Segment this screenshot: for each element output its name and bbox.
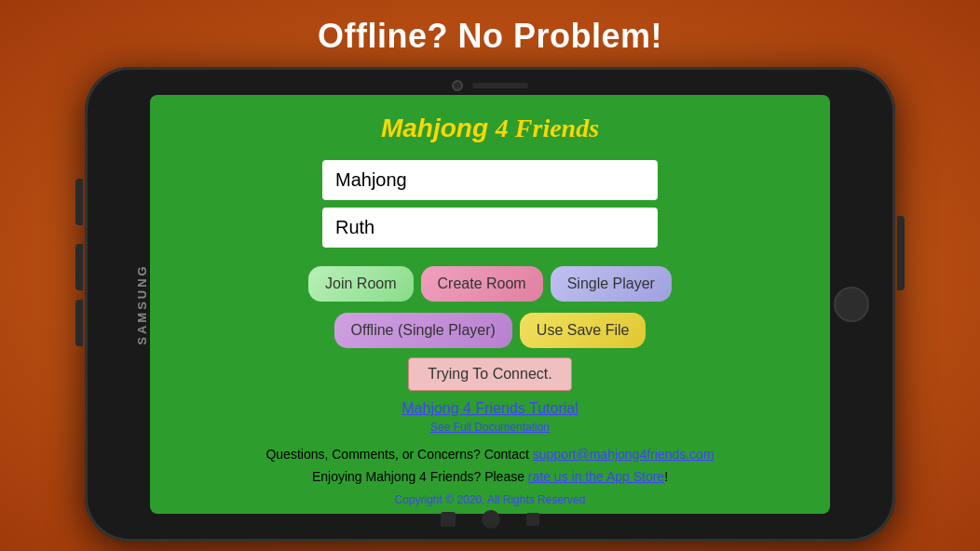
enjoy-label: Enjoying Mahjong 4 Friends? Please — [312, 469, 528, 484]
app-title-part2: 4 Friends — [496, 114, 599, 142]
phone-speaker — [472, 83, 528, 88]
app-title-part1: Mahjong — [381, 114, 496, 142]
phone-screen: Mahjong 4 Friends Join Room Create Room … — [150, 95, 830, 514]
name-input[interactable] — [322, 208, 658, 248]
docs-link[interactable]: See Full Documentation — [430, 421, 550, 434]
phone-frame: SAMSUNG Mahjong 4 Friends Join Room Crea… — [85, 67, 895, 542]
nav-back-button[interactable] — [441, 512, 456, 527]
app-store-link[interactable]: rate us in the App Store — [528, 469, 664, 484]
phone-nav — [441, 510, 539, 529]
join-room-button[interactable]: Join Room — [308, 266, 413, 302]
nav-recent-button[interactable] — [526, 513, 539, 526]
samsung-label: SAMSUNG — [135, 263, 149, 344]
enjoy-suffix: ! — [664, 469, 668, 484]
save-file-button[interactable]: Use Save File — [520, 313, 647, 348]
tutorial-link[interactable]: Mahjong 4 Friends Tutorial — [402, 400, 578, 417]
secondary-buttons-row: Offline (Single Player) Use Save File — [334, 313, 647, 348]
copyright-text: Copyright © 2020, All Rights Reserved — [395, 493, 586, 506]
contact-email-link[interactable]: support@mahjong4friends.com — [533, 447, 715, 462]
offline-button[interactable]: Offline (Single Player) — [334, 313, 512, 348]
create-room-button[interactable]: Create Room — [421, 266, 543, 302]
nav-home-button[interactable] — [482, 510, 500, 529]
single-player-button[interactable]: Single Player — [551, 266, 672, 302]
contact-label: Questions, Comments, or Concerns? Contac… — [265, 447, 532, 462]
room-input[interactable] — [322, 160, 658, 200]
app-title: Mahjong 4 Friends — [381, 114, 599, 143]
phone-camera — [452, 80, 463, 91]
contact-row: Questions, Comments, or Concerns? Contac… — [265, 447, 714, 462]
enjoy-row: Enjoying Mahjong 4 Friends? Please rate … — [312, 469, 668, 484]
page-title: Offline? No Problem! — [318, 0, 662, 67]
primary-buttons-row: Join Room Create Room Single Player — [308, 266, 672, 302]
status-badge: Trying To Connect. — [408, 357, 571, 391]
phone-top-bar — [452, 80, 528, 91]
phone-fingerprint — [834, 287, 869, 322]
